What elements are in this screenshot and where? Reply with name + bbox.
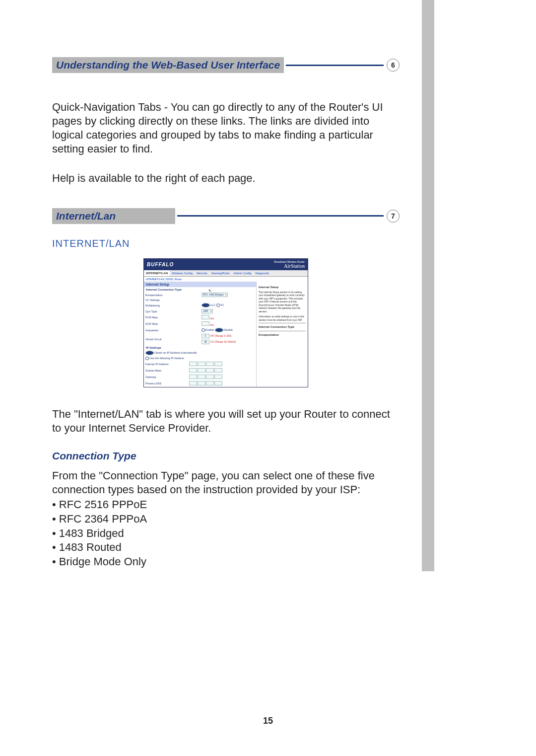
paragraph-internetlan: The "Internet/LAN" tab is where you will… xyxy=(52,407,400,435)
paragraph-help: Help is available to the right of each p… xyxy=(52,171,400,185)
ip-octet-input[interactable] xyxy=(189,381,197,385)
breadcrumb: INTERNET/LAN | DDNS | Route xyxy=(144,277,308,282)
list-item: Bridge Mode Only xyxy=(52,555,400,569)
settings-table: Encapsulation RFC 1483 Bridged ↖ VC Sett… xyxy=(144,292,256,345)
connection-type-list: RFC 2516 PPPoE RFC 2364 PPPoA 1483 Bridg… xyxy=(52,498,400,569)
radio-label: LLC xyxy=(210,303,215,306)
list-item: 1483 Bridged xyxy=(52,527,400,541)
subsection-title: INTERNET/LAN xyxy=(52,238,400,249)
ip-octet-input[interactable] xyxy=(198,375,205,379)
ip-octet-input[interactable] xyxy=(206,368,214,373)
row-label: Gateway xyxy=(144,374,188,380)
pcr-input[interactable] xyxy=(201,315,209,319)
row-label: VC Settings xyxy=(144,298,200,302)
ip-octet-input[interactable] xyxy=(189,362,197,366)
ip-octet-input[interactable] xyxy=(206,362,214,366)
help-panel: Internet Setup The Internet Setup sectio… xyxy=(256,282,308,387)
tab-wireless[interactable]: Wireless Config xyxy=(170,270,195,276)
connection-type-title: Connection Type xyxy=(52,450,400,462)
radio-disable[interactable] xyxy=(215,328,223,332)
row-label: Qos Type xyxy=(144,308,200,314)
encapsulation-select[interactable]: RFC 1483 Bridged xyxy=(201,293,228,297)
heading-number: 6 xyxy=(387,59,400,72)
row-label: Encapsulation xyxy=(144,292,200,298)
unit-label: kbs xyxy=(210,323,214,326)
mouse-cursor-icon: ↖ xyxy=(208,289,212,293)
radio-label: Disable xyxy=(224,328,233,331)
radio-ip-manual[interactable] xyxy=(145,357,149,360)
heading-number: 7 xyxy=(387,210,400,223)
side-index-tab xyxy=(422,0,434,571)
scr-input[interactable] xyxy=(201,321,209,326)
list-item: RFC 2516 PPPoE xyxy=(52,498,400,512)
row-label: PCR Rate xyxy=(144,314,200,321)
row-label: Virtual Circuit xyxy=(144,333,200,345)
vci-input[interactable]: 35 xyxy=(201,340,209,344)
ip-octet-input[interactable] xyxy=(206,381,214,385)
list-item: 1483 Routed xyxy=(52,540,400,555)
ip-octet-input[interactable] xyxy=(214,375,222,379)
radio-enable[interactable] xyxy=(201,328,205,332)
ip-octet-input[interactable] xyxy=(214,362,222,366)
help-text: Information on what settings to use in t… xyxy=(259,315,306,321)
tab-gaming[interactable]: Gaming/Ports xyxy=(209,270,232,276)
ip-octet-input[interactable] xyxy=(198,381,205,385)
ip-octet-input[interactable] xyxy=(189,375,197,379)
ip-octet-input[interactable] xyxy=(189,368,197,373)
row-label: Internet IP Address xyxy=(144,361,188,368)
radio-label: Obtain an IP Address Automatically xyxy=(154,351,197,354)
section-heading-7: Internet/Lan 7 xyxy=(52,208,400,224)
ip-settings-title: IP Settings xyxy=(144,345,256,350)
ip-octet-input[interactable] xyxy=(198,362,205,366)
help-text: The Internet Setup section is for settin… xyxy=(259,291,306,313)
panel-title: Internet Setup xyxy=(144,282,256,287)
tab-diagnostic[interactable]: Diagnostic xyxy=(253,270,271,276)
tab-security[interactable]: Security xyxy=(195,270,209,276)
tab-admin[interactable]: Admin Config xyxy=(231,270,253,276)
radio-vc[interactable] xyxy=(216,303,220,307)
product-name: AirStation xyxy=(284,263,305,269)
ip-octet-input[interactable] xyxy=(206,375,214,379)
ip-octet-input[interactable] xyxy=(214,381,222,385)
range-label: VCI (Range 32~65535) xyxy=(210,340,236,343)
vpi-input[interactable]: 0 xyxy=(201,334,209,338)
radio-ip-auto[interactable] xyxy=(145,351,154,355)
section-heading-6: Understanding the Web-Based User Interfa… xyxy=(52,57,400,73)
heading-rule xyxy=(177,215,384,217)
help-heading: Encapsulation xyxy=(259,333,306,337)
tab-internet-lan[interactable]: INTERNET/LAN xyxy=(144,270,170,276)
help-heading: Internet Connection Type xyxy=(259,325,306,329)
qos-select[interactable]: UBR xyxy=(201,309,213,313)
heading-title: Understanding the Web-Based User Interfa… xyxy=(52,57,284,73)
unit-label: kbs xyxy=(210,317,214,320)
ip-octet-input[interactable] xyxy=(198,368,205,373)
heading-rule xyxy=(286,65,384,66)
radio-label: VC xyxy=(220,303,224,306)
radio-label: Enable xyxy=(205,328,214,331)
paragraph-quicknav: Quick-Navigation Tabs - You can go direc… xyxy=(52,100,400,156)
radio-label: Use the following IP Address xyxy=(149,357,184,360)
row-label: Autodetect xyxy=(144,327,200,333)
radio-llc[interactable] xyxy=(201,303,210,307)
help-heading: Internet Setup xyxy=(259,286,306,290)
brand-logo: BUFFALO xyxy=(147,262,174,267)
router-ui-screenshot: BUFFALO Broadband Wireless Router AirSta… xyxy=(143,258,308,387)
row-label: Subnet Mask xyxy=(144,368,188,374)
panel-subtitle: Internet Connection Type xyxy=(144,287,256,292)
heading-title: Internet/Lan xyxy=(52,208,175,224)
paragraph-conntype: From the "Connection Type" page, you can… xyxy=(52,469,400,497)
row-label: Primary DNS xyxy=(144,380,188,387)
page-number: 15 xyxy=(0,716,536,726)
range-label: VPI (Range 0~255) xyxy=(210,334,232,337)
row-label: Multiplexing xyxy=(144,302,200,308)
list-item: RFC 2364 PPPoA xyxy=(52,512,400,527)
nav-tabs: INTERNET/LAN Wireless Config Security Ga… xyxy=(144,270,308,277)
row-label: SCR Rate xyxy=(144,321,200,327)
ip-octet-input[interactable] xyxy=(214,368,222,373)
